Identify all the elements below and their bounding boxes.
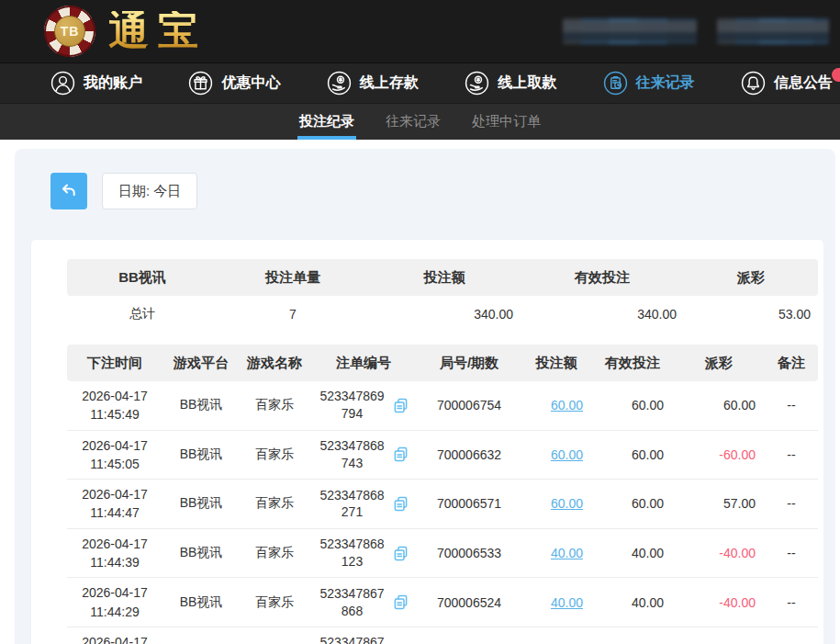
- copy-icon[interactable]: [391, 494, 410, 514]
- bet-order-number: 523347868743: [309, 430, 418, 480]
- bet-amount-link[interactable]: 40.00: [551, 595, 583, 610]
- copy-icon[interactable]: [391, 544, 410, 563]
- game-platform: BB视讯: [162, 480, 240, 529]
- user-icon: [50, 71, 75, 96]
- summary-header-col-0: BB视讯: [67, 259, 218, 296]
- brand-name: 通宝: [108, 11, 207, 51]
- nav-item-gift[interactable]: 优惠中心: [188, 71, 280, 96]
- bet-amount-link[interactable]: 60.00: [551, 398, 583, 412]
- copy-icon[interactable]: [391, 445, 410, 464]
- masked-username[interactable]: [563, 18, 697, 44]
- game-platform: BB视讯: [162, 430, 240, 480]
- tab-0[interactable]: 投注纪录: [297, 104, 356, 140]
- brand-logo[interactable]: TB 通宝: [44, 6, 207, 57]
- bet-amount-cell: 60.00: [521, 480, 592, 529]
- bet-table-row: 2026-04-17 11:44:47BB视讯百家乐52334786827170…: [67, 480, 818, 529]
- bet-table-row: 2026-04-17 11:44:39BB视讯百家乐52334786812370…: [67, 528, 818, 578]
- bet-amount-link[interactable]: 60.00: [551, 447, 583, 462]
- copy-icon[interactable]: [391, 593, 410, 612]
- remark-cell: --: [765, 480, 818, 529]
- gift-icon: [188, 71, 213, 96]
- valid-bet-cell: 60.00: [592, 381, 673, 430]
- bet-amount-cell: 40.00: [521, 578, 592, 627]
- top-header: TB 通宝: [0, 0, 840, 62]
- payout-cell: 60.00: [673, 381, 765, 430]
- round-number: 700006754: [418, 381, 521, 430]
- bet-header-col-5: 投注额: [521, 345, 592, 381]
- bet-header-col-3: 注单编号: [309, 345, 418, 381]
- bet-table-header-row: 下注时间游戏平台游戏名称注单编号局号/期数投注额有效投注派彩备注: [67, 345, 818, 381]
- deposit-icon: [327, 71, 352, 96]
- records-icon: [603, 71, 628, 96]
- round-number: 700006632: [418, 430, 521, 480]
- bet-order-number: 523347868271: [309, 480, 418, 529]
- nav-item-label: 线上存款: [360, 73, 419, 93]
- game-platform: BB视讯: [162, 627, 240, 644]
- bet-time: 2026-04-17 11:44:47: [67, 480, 162, 529]
- back-arrow-icon: [58, 179, 80, 204]
- nav-item-label: 信息公告: [774, 73, 833, 93]
- remark-cell: --: [765, 430, 818, 480]
- bet-header-col-7: 派彩: [673, 345, 765, 381]
- round-number: 700006473: [418, 627, 521, 644]
- bet-time: 2026-04-17 11:44:39: [67, 528, 162, 578]
- summary-header-row: BB视讯投注单量投注额有效投注派彩: [67, 259, 818, 296]
- payout-cell: 38.00: [673, 627, 765, 644]
- valid-bet-cell: 40.00: [592, 627, 673, 644]
- nav-item-deposit[interactable]: 线上存款: [327, 71, 419, 96]
- valid-bet-cell: 60.00: [592, 430, 673, 480]
- summary-valid-bet: 340.00: [521, 296, 684, 333]
- game-name: 百家乐: [240, 430, 309, 480]
- nav-item-label: 往来记录: [636, 73, 695, 93]
- page-background: 日期: 今日 BB视讯投注单量投注额有效投注派彩 总计 7 340.00 340…: [0, 149, 840, 644]
- summary-payout: 53.00: [684, 296, 818, 333]
- remark-cell: --: [765, 627, 818, 644]
- summary-total-row: 总计 7 340.00 340.00 53.00: [67, 296, 818, 333]
- bet-header-col-6: 有效投注: [592, 345, 673, 381]
- bet-amount-link[interactable]: 40.00: [551, 546, 583, 560]
- remark-cell: --: [765, 528, 818, 578]
- summary-total-label: 总计: [67, 296, 218, 333]
- nav-item-records[interactable]: 往来记录: [603, 71, 695, 96]
- valid-bet-cell: 40.00: [592, 528, 673, 578]
- summary-header-col-3: 有效投注: [521, 259, 684, 296]
- bet-table-row: 2026-04-17 11:45:05BB视讯百家乐52334786874370…: [67, 430, 818, 480]
- bet-header-col-8: 备注: [765, 345, 818, 381]
- nav-item-bell[interactable]: 信息公告: [741, 71, 833, 96]
- nav-item-withdraw[interactable]: 线上取款: [465, 71, 556, 96]
- nav-item-user[interactable]: 我的账户: [50, 71, 142, 96]
- bet-order-number: 523347867868: [309, 578, 418, 627]
- remark-cell: --: [765, 578, 818, 627]
- bet-records-table: 下注时间游戏平台游戏名称注单编号局号/期数投注额有效投注派彩备注 2026-04…: [67, 345, 818, 644]
- back-button[interactable]: [50, 173, 87, 209]
- bet-time: 2026-04-17 11:44:14: [67, 627, 162, 644]
- records-card: BB视讯投注单量投注额有效投注派彩 总计 7 340.00 340.00 53.…: [30, 239, 824, 644]
- remark-cell: --: [765, 381, 818, 430]
- game-platform: BB视讯: [162, 528, 240, 578]
- nav-item-label: 线上取款: [498, 73, 556, 93]
- bet-order-number: 523347869794: [309, 381, 418, 430]
- chip-label: TB: [54, 16, 85, 47]
- bet-table-row: 2026-04-17 11:45:49BB视讯百家乐52334786979470…: [67, 381, 818, 430]
- nav-item-label: 我的账户: [84, 73, 142, 93]
- bet-header-col-0: 下注时间: [67, 345, 162, 381]
- summary-header-col-1: 投注单量: [218, 259, 368, 296]
- date-filter-button[interactable]: 日期: 今日: [102, 173, 197, 209]
- tab-1[interactable]: 往来记录: [384, 104, 442, 140]
- bet-time: 2026-04-17 11:45:49: [67, 381, 162, 430]
- bet-amount-link[interactable]: 60.00: [551, 496, 583, 511]
- copy-icon[interactable]: [391, 396, 410, 415]
- tab-2[interactable]: 处理中订单: [470, 104, 543, 140]
- bet-header-col-2: 游戏名称: [240, 345, 309, 381]
- masked-balance[interactable]: [717, 18, 829, 44]
- bet-time: 2026-04-17 11:44:29: [67, 578, 162, 627]
- main-nav: 我的账户优惠中心线上存款线上取款往来记录信息公告: [0, 62, 840, 103]
- game-name: 百家乐: [240, 627, 309, 644]
- bet-table-row: 2026-04-17 11:44:14BB视讯百家乐52334786745070…: [67, 627, 818, 644]
- bet-table-row: 2026-04-17 11:44:29BB视讯百家乐52334786786870…: [67, 578, 818, 627]
- round-number: 700006524: [418, 578, 521, 627]
- bet-amount-cell: 60.00: [521, 430, 592, 480]
- bet-amount-cell: 40.00: [521, 528, 592, 578]
- tab-label: 投注纪录: [299, 113, 354, 130]
- tab-label: 处理中订单: [472, 113, 541, 130]
